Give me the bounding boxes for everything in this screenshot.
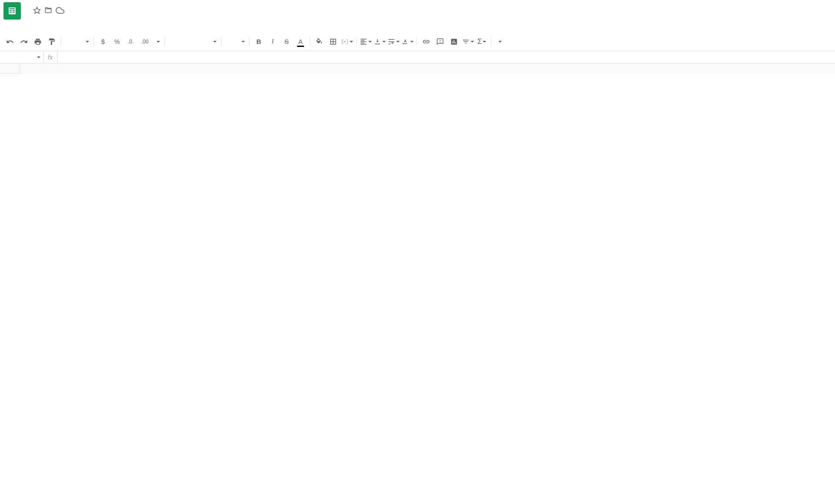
chevron-down-icon	[241, 41, 245, 43]
menu-tools[interactable]	[71, 24, 78, 27]
insert-link-button[interactable]	[420, 35, 433, 48]
menu-data[interactable]	[63, 24, 70, 27]
more-formats-dropdown[interactable]	[152, 35, 162, 48]
toolbar-separator	[221, 37, 221, 46]
menu-north-data[interactable]	[95, 24, 102, 27]
bold-button[interactable]: B	[252, 35, 265, 48]
docs-header	[0, 0, 835, 19]
formula-bar-row: fx	[0, 51, 835, 63]
svg-marker-6	[34, 7, 40, 13]
document-title[interactable]	[24, 10, 30, 12]
chevron-down-icon	[213, 41, 217, 43]
vertical-align-button[interactable]	[373, 35, 386, 48]
insert-comment-button[interactable]	[434, 35, 447, 48]
svg-rect-4	[10, 12, 12, 13]
toolbar-separator	[164, 37, 165, 46]
font-size-dropdown[interactable]	[224, 35, 247, 48]
menu-help[interactable]	[87, 24, 94, 27]
toolbar-separator	[356, 37, 357, 46]
title-bar	[24, 6, 64, 16]
column-headers	[0, 63, 835, 74]
chevron-down-icon	[471, 41, 474, 43]
name-box[interactable]	[0, 51, 43, 63]
toolbar-separator	[310, 37, 310, 46]
horizontal-align-button[interactable]	[359, 35, 372, 48]
svg-rect-3	[13, 10, 15, 11]
select-all-corner[interactable]	[0, 63, 20, 74]
toolbar-separator	[94, 37, 94, 46]
italic-button[interactable]: I	[266, 35, 279, 48]
toolbar-separator	[417, 37, 417, 46]
menu-addons[interactable]	[79, 24, 86, 27]
formula-bar-input[interactable]	[57, 51, 835, 63]
menu-view[interactable]	[40, 24, 47, 27]
chevron-down-icon	[382, 41, 386, 43]
menu-format[interactable]	[56, 24, 63, 27]
text-wrap-button[interactable]	[387, 35, 400, 48]
svg-rect-7	[45, 9, 51, 13]
sheets-logo[interactable]	[3, 2, 21, 20]
strikethrough-button[interactable]: S	[280, 35, 293, 48]
menu-edit[interactable]	[32, 24, 39, 27]
chevron-down-icon	[350, 41, 353, 43]
chevron-down-icon	[86, 41, 89, 43]
text-rotation-button[interactable]	[401, 35, 414, 48]
format-currency-button[interactable]: $	[97, 35, 110, 48]
insert-chart-button[interactable]	[448, 35, 461, 48]
chevron-down-icon	[396, 41, 400, 43]
borders-button[interactable]	[327, 35, 340, 48]
format-percent-button[interactable]: %	[110, 35, 124, 48]
functions-button[interactable]: Σ	[475, 35, 488, 48]
fill-color-button[interactable]	[313, 35, 326, 48]
merge-cells-button[interactable]	[341, 35, 354, 48]
input-tools-dropdown[interactable]	[494, 35, 504, 48]
toolbar-separator	[491, 37, 491, 46]
menu-insert[interactable]	[48, 24, 55, 27]
toolbar-separator	[61, 37, 61, 46]
toolbar-separator	[249, 37, 250, 46]
text-color-button[interactable]: A	[294, 35, 307, 48]
move-icon[interactable]	[44, 7, 52, 16]
chevron-down-icon	[483, 41, 486, 43]
chevron-down-icon	[37, 56, 40, 58]
chevron-down-icon	[498, 41, 502, 43]
svg-rect-2	[10, 10, 12, 11]
chevron-down-icon	[157, 41, 160, 43]
menu-file[interactable]	[24, 24, 31, 27]
fx-icon: fx	[43, 54, 57, 61]
redo-button[interactable]	[17, 35, 30, 48]
filter-button[interactable]	[461, 35, 474, 48]
paint-format-button[interactable]	[45, 35, 58, 48]
font-family-dropdown[interactable]	[167, 35, 218, 48]
cloud-status-icon[interactable]	[56, 6, 64, 16]
undo-button[interactable]	[3, 35, 17, 48]
print-button[interactable]	[31, 35, 44, 48]
spreadsheet-grid	[0, 63, 835, 74]
zoom-dropdown[interactable]	[64, 35, 91, 48]
menubar	[0, 19, 835, 32]
increase-decimal-button[interactable]: .00	[138, 35, 151, 48]
star-icon[interactable]	[33, 7, 41, 16]
toolbar: $ % .0↓ .00 B I S A Σ	[0, 32, 835, 51]
chevron-down-icon	[410, 41, 414, 43]
chevron-down-icon	[368, 41, 372, 43]
decrease-decimal-button[interactable]: .0↓	[124, 35, 137, 48]
svg-rect-5	[13, 12, 15, 13]
svg-rect-1	[10, 8, 15, 9]
